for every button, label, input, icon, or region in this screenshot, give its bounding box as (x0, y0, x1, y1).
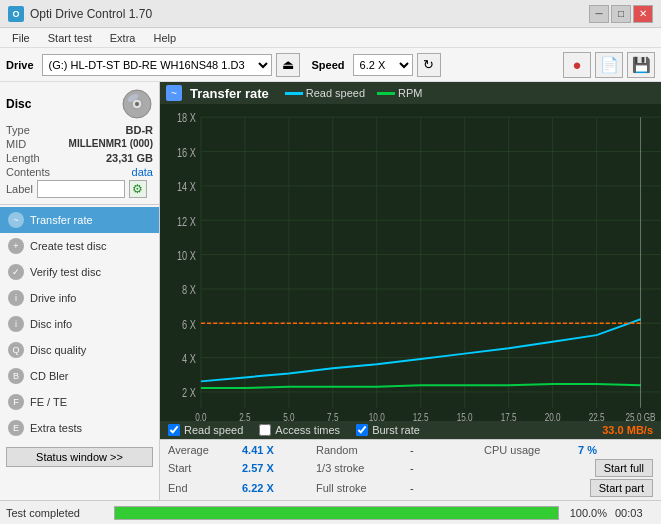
svg-text:16 X: 16 X (177, 146, 196, 159)
nav-item-disc-quality[interactable]: Q Disc quality (0, 337, 159, 363)
stats-row-1: Average 4.41 X Random - CPU usage 7 % (168, 443, 653, 457)
legend-rpm-label: RPM (398, 87, 422, 99)
chart-content: ~ Transfer rate Read speed RPM (160, 82, 661, 500)
disc-length-row: Length 23,31 GB (6, 152, 153, 164)
disc-info-icon: i (8, 316, 24, 332)
verify-test-disc-icon: ✓ (8, 264, 24, 280)
checkbox-access-times[interactable]: Access times (259, 424, 340, 436)
progress-percent: 100.0% (567, 507, 607, 519)
menu-help[interactable]: Help (145, 31, 184, 45)
progress-bar (114, 506, 559, 520)
app-icon: O (8, 6, 24, 22)
nav-item-cd-bler[interactable]: B CD Bler (0, 363, 159, 389)
checkbox-read-speed-input[interactable] (168, 424, 180, 436)
checkbox-read-speed[interactable]: Read speed (168, 424, 243, 436)
svg-text:25.0 GB: 25.0 GB (626, 411, 656, 421)
record-button[interactable]: ● (563, 52, 591, 78)
nav-label-cd-bler: CD Bler (30, 370, 69, 382)
legend-read-speed-color (285, 92, 303, 95)
status-text: Test completed (6, 507, 106, 519)
disc-title: Disc (6, 97, 31, 111)
nav-item-disc-info[interactable]: i Disc info (0, 311, 159, 337)
burst-rate-value: 33.0 MB/s (602, 424, 653, 436)
close-button[interactable]: ✕ (633, 5, 653, 23)
checkbox-burst-rate-input[interactable] (356, 424, 368, 436)
disc-mid-row: MID MILLENMR1 (000) (6, 138, 153, 150)
fullstroke-key: Full stroke (316, 481, 406, 495)
drive-info-icon: i (8, 290, 24, 306)
svg-text:5.0: 5.0 (283, 411, 294, 421)
checkbox-burst-rate-label: Burst rate (372, 424, 420, 436)
svg-text:10.0: 10.0 (369, 411, 385, 421)
svg-text:12 X: 12 X (177, 214, 196, 227)
chart-legend: Read speed RPM (285, 87, 423, 99)
svg-text:15.0: 15.0 (457, 411, 473, 421)
status-window-button[interactable]: Status window >> (6, 447, 153, 467)
average-key: Average (168, 443, 238, 457)
disc-header: Disc (6, 88, 153, 120)
svg-text:10 X: 10 X (177, 249, 196, 262)
svg-text:20.0: 20.0 (545, 411, 561, 421)
nav-item-create-test-disc[interactable]: + Create test disc (0, 233, 159, 259)
stroke13-val: - (410, 461, 480, 475)
svg-text:2.5: 2.5 (239, 411, 250, 421)
chart-title: Transfer rate (190, 86, 269, 101)
nav-menu: ~ Transfer rate + Create test disc ✓ Ver… (0, 205, 159, 443)
fe-te-icon: F (8, 394, 24, 410)
stats-area: Average 4.41 X Random - CPU usage 7 % St… (160, 439, 661, 500)
drive-select[interactable]: (G:) HL-DT-ST BD-RE WH16NS48 1.D3 (42, 54, 272, 76)
legend-rpm-color (377, 92, 395, 95)
app-title: Opti Drive Control 1.70 (30, 7, 152, 21)
checkbox-burst-rate[interactable]: Burst rate (356, 424, 420, 436)
disc-label-input[interactable] (37, 180, 125, 198)
checkbox-access-times-input[interactable] (259, 424, 271, 436)
svg-text:4 X: 4 X (182, 352, 196, 365)
chart-header: ~ Transfer rate Read speed RPM (160, 82, 661, 104)
nav-item-drive-info[interactable]: i Drive info (0, 285, 159, 311)
status-bar: Test completed 100.0% 00:03 (0, 500, 661, 524)
end-key: End (168, 481, 238, 495)
stroke13-key: 1/3 stroke (316, 461, 406, 475)
speed-select[interactable]: 6.2 X Max 4.0 X 2.0 X (353, 54, 413, 76)
svg-text:0.0: 0.0 (195, 411, 206, 421)
nav-label-fe-te: FE / TE (30, 396, 67, 408)
start-full-button[interactable]: Start full (595, 459, 653, 477)
legend-rpm: RPM (377, 87, 422, 99)
fullstroke-val: - (410, 481, 480, 495)
svg-text:14 X: 14 X (177, 180, 196, 193)
time-display: 00:03 (615, 507, 655, 519)
svg-text:6 X: 6 X (182, 317, 196, 330)
main-area: Disc Type BD-R MID MILLENMR1 (000) Lengt… (0, 82, 661, 500)
extra-tests-icon: E (8, 420, 24, 436)
save-button[interactable]: 💾 (627, 52, 655, 78)
chart-svg: 18 X 16 X 14 X 12 X 10 X 8 X 6 X 4 X 2 X… (160, 104, 661, 421)
refresh-button[interactable]: ↻ (417, 53, 441, 77)
title-bar-left: O Opti Drive Control 1.70 (8, 6, 152, 22)
nav-item-extra-tests[interactable]: E Extra tests (0, 415, 159, 441)
nav-label-drive-info: Drive info (30, 292, 76, 304)
svg-point-2 (135, 102, 139, 106)
menu-start-test[interactable]: Start test (40, 31, 100, 45)
eject-button[interactable]: ⏏ (276, 53, 300, 77)
chart-checkboxes: Read speed Access times Burst rate 33.0 … (160, 421, 661, 439)
nav-item-transfer-rate[interactable]: ~ Transfer rate (0, 207, 159, 233)
average-val: 4.41 X (242, 443, 312, 457)
legend-read-speed: Read speed (285, 87, 365, 99)
svg-text:18 X: 18 X (177, 111, 196, 124)
nav-label-extra-tests: Extra tests (30, 422, 82, 434)
menu-file[interactable]: File (4, 31, 38, 45)
toolbar: Drive (G:) HL-DT-ST BD-RE WH16NS48 1.D3 … (0, 48, 661, 82)
svg-text:7.5: 7.5 (327, 411, 338, 421)
svg-text:12.5: 12.5 (413, 411, 429, 421)
progress-bar-fill (115, 507, 558, 519)
nav-item-fe-te[interactable]: F FE / TE (0, 389, 159, 415)
disc-panel: Disc Type BD-R MID MILLENMR1 (000) Lengt… (0, 82, 159, 205)
end-val: 6.22 X (242, 481, 312, 495)
minimize-button[interactable]: ─ (589, 5, 609, 23)
document-button[interactable]: 📄 (595, 52, 623, 78)
maximize-button[interactable]: □ (611, 5, 631, 23)
menu-extra[interactable]: Extra (102, 31, 144, 45)
start-part-button[interactable]: Start part (590, 479, 653, 497)
nav-item-verify-test-disc[interactable]: ✓ Verify test disc (0, 259, 159, 285)
disc-label-icon-button[interactable]: ⚙ (129, 180, 147, 198)
